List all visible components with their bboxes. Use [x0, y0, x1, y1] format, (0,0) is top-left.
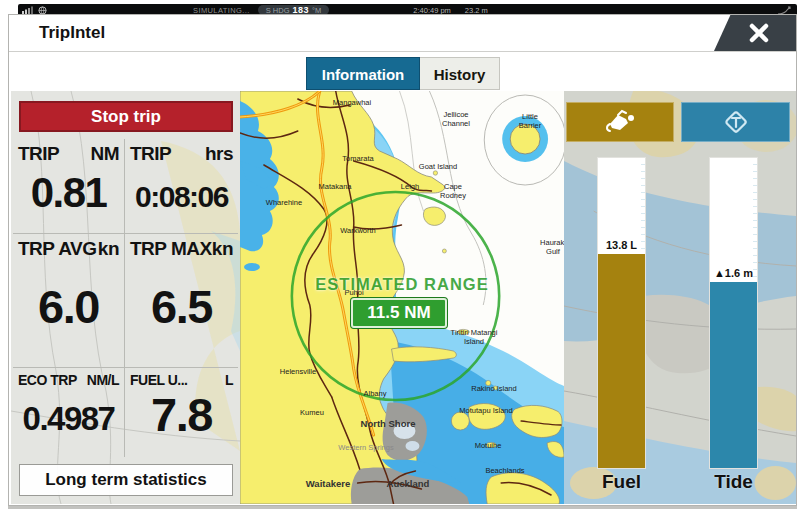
stat-cell-trip-distance: TRIPNM 0.81: [13, 139, 124, 233]
gauges-panel: 13.8 L ▲1.6 m Fuel Tide: [564, 91, 796, 504]
tide-gauge-button[interactable]: [681, 102, 790, 142]
content-area: Stop trip TRIPNM 0.81 TRIPhrs 0:08:06 TR…: [9, 91, 796, 504]
close-button[interactable]: [714, 15, 796, 51]
stat-label: TRIP: [18, 143, 59, 165]
stat-value: 6.5: [130, 282, 233, 331]
stat-label: FUEL U...: [130, 372, 187, 388]
chart-map[interactable]: MangawhaiJellicoe ChannelLittle BarrierG…: [240, 91, 564, 504]
fuel-gauge: 13.8 L: [597, 157, 646, 469]
stat-unit: L: [225, 372, 233, 388]
tripintel-screen: SIMULATING... S HDG 183 °M 2:40:49 pm 23…: [0, 0, 800, 514]
stat-label: TRP AVG: [18, 238, 97, 260]
stat-value: 0.81: [18, 171, 119, 215]
stat-unit: kn: [212, 238, 233, 260]
fuel-pump-icon: [603, 109, 637, 135]
stat-unit: NM/L: [87, 372, 119, 388]
signal-bars-icon: [22, 6, 34, 14]
tab-history[interactable]: History: [420, 57, 500, 90]
tide-gauge-fill: [710, 282, 757, 468]
stat-value: 6.0: [18, 282, 119, 331]
fuel-gauge-label: Fuel: [597, 471, 646, 493]
stat-label: ECO TRP: [18, 372, 77, 388]
stat-label: TRIP: [130, 143, 171, 165]
page-title: TripIntel: [39, 23, 105, 43]
stat-cell-trip-time: TRIPhrs 0:08:06: [125, 139, 238, 233]
close-icon: [748, 22, 770, 44]
stat-cell-eco-trip: ECO TRPNM/L 0.4987: [13, 368, 124, 457]
fuel-level-value: 13.8 L: [598, 239, 645, 251]
stat-value: 7.8: [130, 390, 233, 439]
long-term-statistics-button[interactable]: Long term statistics: [19, 464, 233, 496]
trip-stats-grid: TRIPNM 0.81 TRIPhrs 0:08:06 TRP AVGkn 6.…: [13, 139, 238, 457]
tab-bar: Information History: [306, 56, 500, 90]
tab-information[interactable]: Information: [306, 57, 420, 90]
range-value-badge: 11.5 NM: [351, 298, 447, 328]
window-bottom-edge: [8, 506, 797, 509]
tripintel-window: TripIntel Information History Stop trip: [8, 14, 797, 506]
stat-cell-trip-max-speed: TRP MAXkn 6.5: [125, 234, 238, 367]
estimated-range-label: ESTIMATED RANGE: [240, 275, 564, 294]
fuel-gauge-button[interactable]: [566, 102, 674, 142]
stat-unit: kn: [98, 238, 119, 260]
tide-gauge: ▲1.6 m: [709, 157, 758, 469]
stat-value: 0:08:06: [130, 181, 233, 213]
tide-icon: [721, 107, 751, 137]
fuel-gauge-fill: [598, 254, 645, 468]
stat-value: 0.4987: [18, 402, 119, 437]
tide-gauge-label: Tide: [709, 471, 758, 493]
title-bar: TripIntel: [9, 15, 796, 52]
stat-cell-fuel-used: FUEL U...L 7.8: [125, 368, 238, 457]
trip-stats-panel: Stop trip TRIPNM 0.81 TRIPhrs 0:08:06 TR…: [11, 91, 240, 504]
stat-unit: hrs: [205, 143, 233, 165]
stop-trip-button[interactable]: Stop trip: [19, 101, 233, 132]
tide-level-value: ▲1.6 m: [710, 267, 757, 279]
stat-label: TRP MAX: [130, 238, 212, 260]
stat-unit: NM: [90, 143, 119, 165]
stat-cell-trip-avg-speed: TRP AVGkn 6.0: [13, 234, 124, 367]
